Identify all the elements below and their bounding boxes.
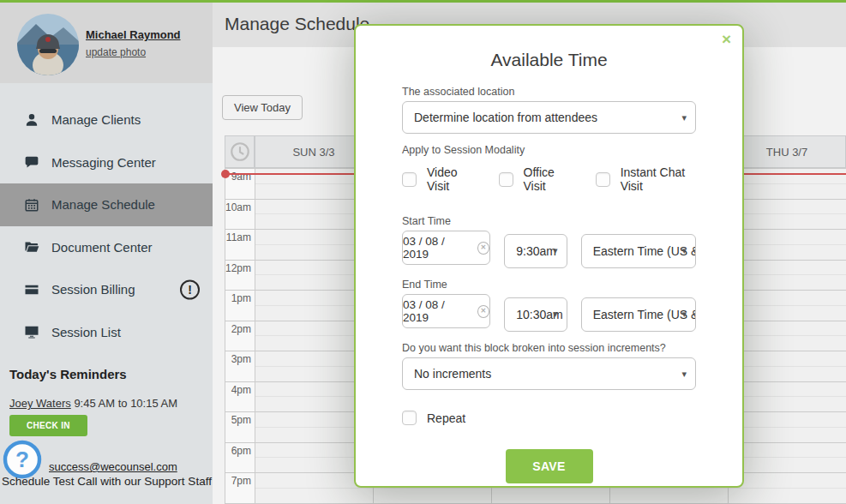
check-in-button[interactable]: CHECK IN bbox=[9, 415, 87, 436]
calendar-icon bbox=[24, 197, 39, 213]
repeat-option: Repeat bbox=[402, 411, 465, 425]
available-time-modal: × Available Time The associated location… bbox=[354, 24, 744, 488]
reminders-section: Today's Reminders Joey Waters 9:45 AM to… bbox=[0, 367, 213, 436]
app-window: 9am10am11am12pm1pm2pm3pm4pm5pm6pm7pmSUN … bbox=[0, 0, 846, 504]
chevron-down-icon: ▾ bbox=[681, 235, 687, 266]
user-icon bbox=[24, 112, 39, 128]
sidebar-item-manage-clients[interactable]: Manage Clients bbox=[0, 99, 213, 141]
video-visit-option: Video Visit bbox=[402, 165, 473, 193]
profile-name-link[interactable]: Michael Raymond bbox=[86, 28, 181, 41]
top-accent-line bbox=[0, 0, 846, 3]
question-icon[interactable]: ? bbox=[2, 439, 43, 480]
page-title: Manage Schedule bbox=[225, 14, 369, 34]
view-today-button[interactable]: View Today bbox=[222, 95, 303, 120]
time-label: 3pm bbox=[223, 353, 251, 365]
end-date-input[interactable]: 03 / 08 / 2019 ✕ bbox=[402, 294, 490, 328]
sidebar-item-manage-schedule[interactable]: Manage Schedule bbox=[0, 183, 213, 226]
instant-chat-visit-option: Instant Chat Visit bbox=[596, 165, 696, 193]
time-label: 7pm bbox=[223, 475, 251, 487]
video-visit-label: Video Visit bbox=[427, 165, 473, 193]
save-button[interactable]: SAVE bbox=[506, 449, 593, 483]
repeat-row: Repeat bbox=[402, 411, 696, 425]
start-time-select[interactable]: 9:30am ▾ bbox=[504, 234, 567, 268]
start-time-label: Start Time bbox=[402, 215, 696, 227]
alert-icon: ! bbox=[180, 279, 200, 299]
chat-icon bbox=[24, 154, 39, 170]
reminders-heading: Today's Reminders bbox=[9, 367, 213, 381]
start-date-input[interactable]: 03 / 08 / 2019 ✕ bbox=[402, 231, 490, 265]
reminder-client-link[interactable]: Joey Waters bbox=[9, 397, 71, 410]
chevron-down-icon: ▾ bbox=[681, 298, 687, 329]
end-timezone-value: Eastern Time (US & bbox=[593, 308, 696, 321]
repeat-label: Repeat bbox=[427, 411, 465, 425]
time-label: 10am bbox=[223, 201, 251, 213]
start-timezone-select[interactable]: Eastern Time (US & ▾ bbox=[581, 234, 696, 268]
instant-chat-visit-label: Instant Chat Visit bbox=[621, 165, 696, 193]
support-email-link[interactable]: success@wecounsel.com bbox=[49, 460, 177, 473]
time-label: 5pm bbox=[223, 414, 251, 426]
office-visit-checkbox[interactable] bbox=[499, 172, 513, 187]
avatar bbox=[17, 14, 79, 75]
folder-icon bbox=[24, 239, 39, 255]
update-photo-link[interactable]: update photo bbox=[86, 46, 146, 58]
time-label: 11am bbox=[223, 231, 251, 243]
profile-section: Michael Raymond update photo bbox=[0, 3, 213, 83]
monitor-icon bbox=[24, 324, 39, 339]
sidebar-item-session-list[interactable]: Session List bbox=[0, 311, 213, 354]
start-time-value: 9:30am bbox=[516, 244, 556, 258]
end-time-label: End Time bbox=[402, 279, 696, 291]
office-visit-option: Office Visit bbox=[499, 165, 570, 193]
close-icon[interactable]: × bbox=[722, 31, 731, 47]
location-select[interactable]: Determine location from attendees ▾ bbox=[402, 101, 696, 134]
time-label: 6pm bbox=[223, 445, 251, 457]
modal-title: Available Time bbox=[402, 50, 696, 70]
reminder-item: Joey Waters 9:45 AM to 10:15 AM bbox=[9, 397, 213, 410]
current-time-dot bbox=[221, 170, 230, 178]
support-schedule-link[interactable]: Schedule Test Call with our Support Staf… bbox=[2, 475, 212, 488]
instant-chat-visit-checkbox[interactable] bbox=[596, 172, 610, 187]
location-label: The associated location bbox=[402, 86, 696, 98]
sidebar-item-label: Session Billing bbox=[51, 282, 135, 297]
sidebar-item-label: Document Center bbox=[51, 240, 153, 255]
video-visit-checkbox[interactable] bbox=[402, 172, 417, 187]
sidebar-item-label: Messaging Center bbox=[51, 155, 156, 170]
sidebar-item-label: Manage Schedule bbox=[51, 197, 155, 212]
clear-date-icon[interactable]: ✕ bbox=[477, 305, 490, 318]
sidebar-item-messaging-center[interactable]: Messaging Center bbox=[0, 141, 213, 184]
increments-select-value: No increments bbox=[414, 367, 491, 381]
column-gridline bbox=[255, 168, 255, 504]
clear-date-icon[interactable]: ✕ bbox=[477, 242, 490, 255]
start-time-row: 03 / 08 / 2019 ✕ 9:30am ▾ Eastern Time (… bbox=[402, 231, 696, 268]
time-label: 12pm bbox=[223, 262, 251, 274]
day-header-5: THU 3/7 bbox=[728, 135, 846, 168]
sidebar-item-document-center[interactable]: Document Center bbox=[0, 226, 213, 269]
chevron-down-icon: ▾ bbox=[553, 235, 558, 266]
time-label: 4pm bbox=[223, 384, 251, 396]
chevron-down-icon: ▾ bbox=[681, 102, 687, 133]
reminder-time-range: 9:45 AM to 10:15 AM bbox=[71, 397, 177, 410]
end-time-select[interactable]: 10:30am ▾ bbox=[504, 297, 567, 332]
time-label: 2pm bbox=[223, 323, 251, 335]
office-visit-label: Office Visit bbox=[524, 165, 570, 193]
sidebar-item-session-billing[interactable]: Session Billing! bbox=[0, 268, 213, 311]
repeat-checkbox[interactable] bbox=[402, 411, 417, 425]
clock-icon bbox=[225, 135, 255, 168]
svg-text:?: ? bbox=[15, 447, 29, 472]
sidebar-item-label: Manage Clients bbox=[51, 112, 141, 127]
start-date-value: 03 / 08 / 2019 bbox=[403, 235, 472, 261]
sidebar: Michael Raymond update photo Manage Clie… bbox=[0, 3, 213, 504]
end-timezone-select[interactable]: Eastern Time (US & ▾ bbox=[581, 297, 696, 332]
chevron-down-icon: ▾ bbox=[553, 298, 558, 329]
increments-label: Do you want this block broken into sessi… bbox=[402, 342, 696, 354]
end-date-value: 03 / 08 / 2019 bbox=[403, 298, 472, 324]
start-timezone-value: Eastern Time (US & bbox=[593, 244, 696, 258]
modality-label: Apply to Session Modality bbox=[402, 144, 696, 156]
hour-gridline bbox=[225, 503, 846, 504]
increments-select[interactable]: No increments ▾ bbox=[402, 357, 696, 390]
end-time-row: 03 / 08 / 2019 ✕ 10:30am ▾ Eastern Time … bbox=[402, 294, 696, 332]
support-section: ? success@wecounsel.com Schedule Test Ca… bbox=[0, 457, 213, 504]
location-select-value: Determine location from attendees bbox=[414, 111, 597, 124]
modality-options: Video Visit Office Visit Instant Chat Vi… bbox=[402, 165, 696, 193]
time-label: 1pm bbox=[223, 292, 251, 304]
credit-card-icon bbox=[24, 282, 39, 297]
